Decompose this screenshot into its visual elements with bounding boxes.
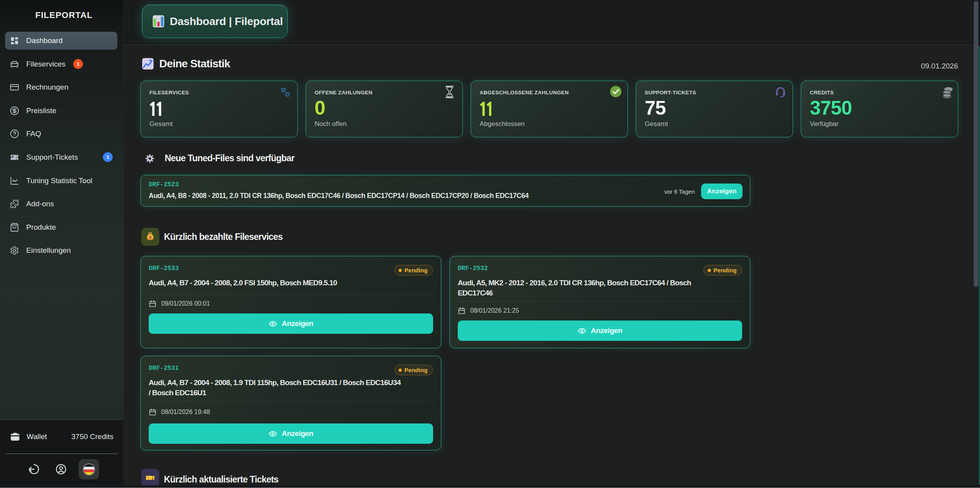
svg-text:$: $	[149, 235, 151, 239]
